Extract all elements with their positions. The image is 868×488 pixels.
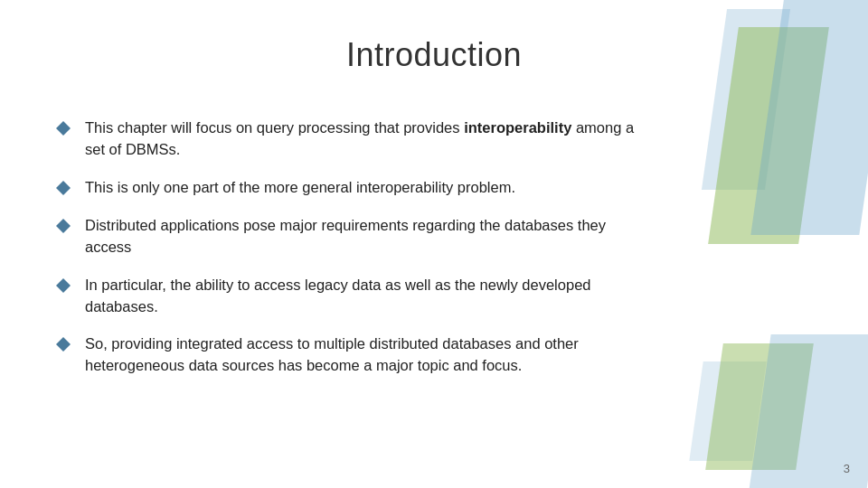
- bullet-text-1: This chapter will focus on query process…: [85, 117, 651, 161]
- svg-marker-0: [56, 121, 71, 136]
- bullet-icon-4: [54, 277, 72, 295]
- bullet-list: This chapter will focus on query process…: [54, 117, 651, 377]
- bullet-item-5: So, providing integrated access to multi…: [54, 333, 651, 377]
- deco-bottom-shape-blue-light: [689, 361, 766, 461]
- slide-title: Introduction: [0, 36, 868, 74]
- bullet-icon-3: [54, 217, 72, 235]
- bullet-text-2: This is only one part of the more genera…: [85, 177, 651, 199]
- bullet-icon-1: [54, 119, 72, 137]
- bullet-item-1: This chapter will focus on query process…: [54, 117, 651, 161]
- bullet-item-3: Distributed applications pose major requ…: [54, 215, 651, 258]
- deco-bottom-right: [669, 307, 868, 488]
- bullet-icon-2: [54, 179, 72, 197]
- content-area: This chapter will focus on query process…: [54, 117, 651, 443]
- svg-marker-1: [56, 181, 71, 195]
- bullet-item-4: In particular, the ability to access leg…: [54, 275, 651, 318]
- deco-shape-blue: [750, 0, 868, 235]
- bullet-text-3: Distributed applications pose major requ…: [85, 215, 651, 258]
- bullet-icon-5: [54, 335, 72, 353]
- bullet-item-2: This is only one part of the more genera…: [54, 177, 651, 199]
- slide: Introduction This chapter will focus on …: [0, 0, 868, 488]
- svg-marker-2: [56, 219, 71, 233]
- svg-marker-3: [56, 278, 71, 293]
- deco-bottom-shape-green: [705, 343, 814, 470]
- bullet-text-4: In particular, the ability to access leg…: [85, 275, 651, 318]
- page-number: 3: [844, 462, 850, 475]
- svg-marker-4: [56, 337, 71, 352]
- bullet-text-5: So, providing integrated access to multi…: [85, 333, 651, 377]
- deco-bottom-shape-blue: [748, 334, 868, 488]
